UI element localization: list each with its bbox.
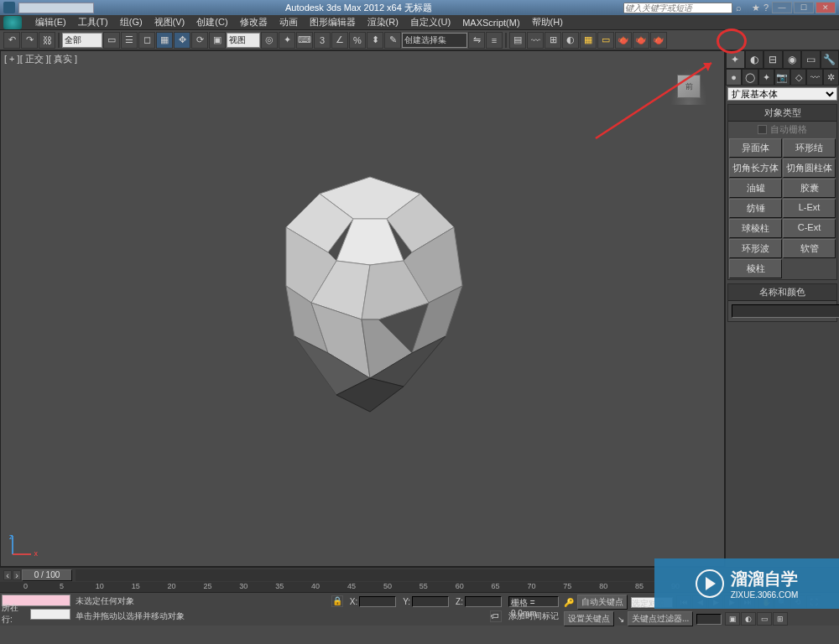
nav-fov-button[interactable]: ◐ [741, 612, 756, 626]
select-rotate-button[interactable]: ⟳ [191, 32, 208, 49]
btn-chamfercyl[interactable]: 切角圆柱体 [783, 158, 836, 178]
lights-subtab[interactable]: ✦ [758, 69, 774, 86]
row-dropdown[interactable] [30, 609, 70, 620]
select-move-button[interactable]: ✥ [174, 32, 190, 49]
snap-toggle-button[interactable]: 3 [314, 32, 331, 49]
viewcube[interactable]: 前 [670, 68, 707, 105]
btn-lext[interactable]: L-Ext [783, 199, 836, 218]
btn-hose[interactable]: 软管 [783, 239, 836, 258]
nav-zoom-extents-button[interactable]: ▣ [725, 612, 740, 626]
menu-tools[interactable]: 工具(T) [73, 14, 113, 30]
spinner-snap-button[interactable]: ⬍ [367, 32, 383, 49]
current-frame-input[interactable] [696, 614, 722, 625]
material-editor-button[interactable]: ◐ [562, 32, 579, 49]
systems-subtab[interactable]: ✲ [823, 69, 839, 86]
viewport[interactable]: [ + ][ 正交 ][ 真实 ] 前 [0, 50, 725, 567]
object-type-rollout[interactable]: 对象类型 [728, 105, 836, 122]
helpers-subtab[interactable]: ◇ [790, 69, 806, 86]
keyboard-shortcut-button[interactable]: ⌨ [296, 32, 313, 49]
schematic-view-button[interactable]: ⊞ [545, 32, 561, 49]
btn-oiltank[interactable]: 油罐 [729, 179, 782, 198]
key-icon[interactable]: 🔑 [564, 598, 574, 607]
help-search-input[interactable] [623, 3, 732, 13]
select-object-button[interactable]: ▭ [103, 32, 120, 49]
select-region-button[interactable]: ◻ [138, 32, 155, 49]
btn-capsule[interactable]: 胶囊 [783, 179, 836, 198]
close-button[interactable]: ✕ [816, 2, 836, 13]
btn-hedra[interactable]: 异面体 [729, 138, 782, 158]
workspace-dropdown[interactable] [18, 3, 94, 13]
setkey-button[interactable]: 设置关键点 [564, 611, 614, 626]
modify-tab[interactable]: ◐ [745, 50, 764, 69]
btn-gengon[interactable]: 球棱柱 [729, 219, 782, 238]
edit-selection-button[interactable]: ✎ [384, 32, 401, 49]
timeline-left-caret[interactable]: ‹ [3, 570, 12, 580]
coord-z-input[interactable] [465, 596, 502, 607]
menu-maxscript[interactable]: MAXScript(M) [457, 16, 524, 29]
btn-torusknot[interactable]: 环形结 [783, 138, 836, 158]
key-mode-icon[interactable]: ↘ [618, 615, 624, 624]
spacewarps-subtab[interactable]: 〰 [806, 69, 822, 86]
render-iterative-button[interactable]: 🫖 [633, 32, 649, 49]
btn-ringwave[interactable]: 环形波 [729, 239, 782, 258]
lock-icon[interactable]: 🔒 [331, 595, 343, 607]
app-logo-icon[interactable] [3, 16, 22, 29]
redo-button[interactable]: ↷ [21, 32, 38, 49]
shapes-subtab[interactable]: ◯ [742, 69, 758, 86]
btn-spindle[interactable]: 纺锤 [729, 199, 782, 218]
use-center-button[interactable]: ◎ [261, 32, 278, 49]
undo-button[interactable]: ↶ [3, 32, 20, 49]
help-icon[interactable]: ? [763, 3, 769, 13]
named-selection-dropdown[interactable]: 创建选择集 [402, 33, 467, 48]
autogrid-checkbox[interactable]: 自动栅格 [728, 122, 836, 138]
rendered-frame-button[interactable]: ▭ [597, 32, 614, 49]
add-time-tag[interactable]: 添加时间标记 [508, 610, 559, 622]
nav-minmax-button[interactable]: ⊞ [773, 612, 788, 626]
manipulate-button[interactable]: ✦ [279, 32, 295, 49]
select-scale-button[interactable]: ▣ [209, 32, 226, 49]
menu-create[interactable]: 创建(C) [191, 14, 232, 30]
name-color-rollout[interactable]: 名称和颜色 [728, 284, 836, 301]
coord-y-input[interactable] [412, 596, 449, 607]
btn-prism[interactable]: 棱柱 [729, 259, 782, 278]
coord-x-input[interactable] [359, 596, 396, 607]
autokey-button[interactable]: 自动关键点 [577, 595, 628, 610]
viewport-label[interactable]: [ + ][ 正交 ][ 真实 ] [4, 53, 77, 65]
menu-customize[interactable]: 自定义(U) [405, 14, 456, 30]
percent-snap-button[interactable]: % [349, 32, 366, 49]
menu-edit[interactable]: 编辑(E) [30, 14, 71, 30]
menu-animation[interactable]: 动画 [274, 14, 303, 30]
geometry-subtab[interactable]: ● [726, 69, 742, 86]
category-dropdown[interactable]: 扩展基本体 [727, 87, 837, 101]
timeline-right-caret[interactable]: › [13, 570, 21, 580]
curve-editor-button[interactable]: 〰 [527, 32, 544, 49]
utilities-tab[interactable]: 🔧 [821, 50, 840, 69]
btn-chamferbox[interactable]: 切角长方体 [729, 158, 782, 178]
favorites-icon[interactable]: ★ [752, 3, 760, 13]
time-tag-icon[interactable]: 🏷 [490, 610, 502, 622]
menu-group[interactable]: 组(G) [115, 14, 148, 30]
menu-modifiers[interactable]: 修改器 [235, 14, 273, 30]
display-tab[interactable]: ▭ [801, 50, 821, 69]
align-button[interactable]: ≡ [486, 32, 503, 49]
menu-help[interactable]: 帮助(H) [527, 14, 568, 30]
render-setup-button[interactable]: ▦ [580, 32, 597, 49]
render-button[interactable]: 🫖 [650, 32, 667, 49]
menu-grapheditors[interactable]: 图形编辑器 [305, 14, 361, 30]
maximize-button[interactable]: ☐ [794, 2, 814, 13]
nav-region-button[interactable]: ▭ [757, 612, 772, 626]
btn-cext[interactable]: C-Ext [783, 219, 836, 238]
menu-rendering[interactable]: 渲染(R) [362, 14, 404, 30]
cameras-subtab[interactable]: 📷 [774, 69, 790, 86]
link-button[interactable]: ⛓ [39, 32, 55, 49]
mesh-object[interactable] [236, 169, 504, 420]
viewcube-face[interactable]: 前 [677, 75, 701, 98]
key-filters-button[interactable]: 关键点过滤器... [628, 611, 693, 626]
object-name-input[interactable] [732, 304, 839, 318]
angle-snap-button[interactable]: ∠ [331, 32, 348, 49]
ref-coord-dropdown[interactable]: 视图 [227, 33, 260, 48]
create-tab[interactable]: ✦ [726, 50, 745, 69]
search-icon[interactable]: ⌕ [736, 3, 742, 13]
frame-indicator[interactable]: 0 / 100 [22, 569, 72, 581]
render-production-button[interactable]: 🫖 [615, 32, 632, 49]
